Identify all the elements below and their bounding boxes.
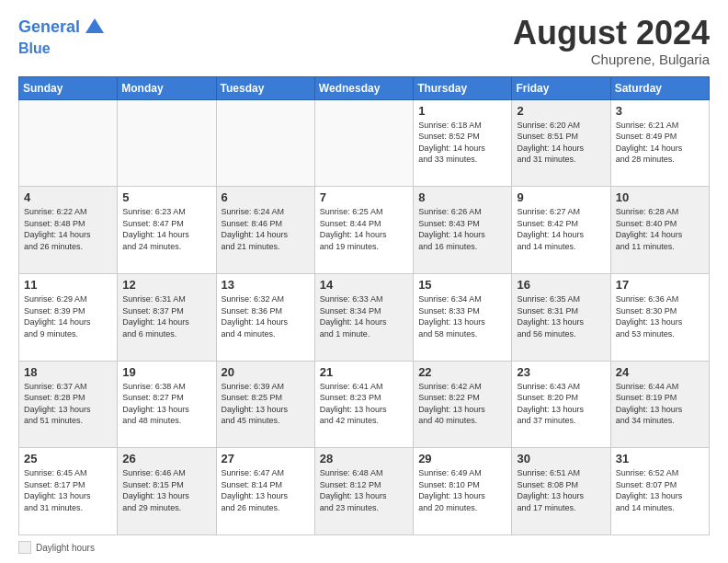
weekday-header-tuesday: Tuesday — [216, 76, 314, 99]
day-number: 1 — [418, 104, 506, 118]
day-info: Sunrise: 6:21 AM Sunset: 8:49 PM Dayligh… — [616, 120, 704, 166]
weekday-header-sunday: Sunday — [19, 76, 118, 99]
day-cell: 28Sunrise: 6:48 AM Sunset: 8:12 PM Dayli… — [314, 448, 413, 535]
day-cell — [314, 99, 413, 187]
day-cell: 8Sunrise: 6:26 AM Sunset: 8:43 PM Daylig… — [414, 187, 512, 274]
day-number: 16 — [517, 278, 605, 292]
day-number: 21 — [320, 365, 408, 379]
day-cell — [19, 99, 118, 187]
day-number: 2 — [517, 104, 605, 118]
day-number: 18 — [24, 365, 112, 379]
day-info: Sunrise: 6:24 AM Sunset: 8:46 PM Dayligh… — [222, 206, 310, 252]
week-row-1: 4Sunrise: 6:22 AM Sunset: 8:48 PM Daylig… — [19, 187, 710, 274]
day-number: 3 — [616, 104, 704, 118]
day-info: Sunrise: 6:32 AM Sunset: 8:36 PM Dayligh… — [222, 293, 310, 339]
day-info: Sunrise: 6:25 AM Sunset: 8:44 PM Dayligh… — [320, 206, 408, 252]
day-info: Sunrise: 6:20 AM Sunset: 8:51 PM Dayligh… — [517, 120, 605, 166]
day-cell — [216, 99, 314, 187]
day-number: 26 — [122, 452, 210, 465]
day-info: Sunrise: 6:18 AM Sunset: 8:52 PM Dayligh… — [418, 120, 506, 166]
day-number: 14 — [320, 278, 408, 292]
day-cell: 14Sunrise: 6:33 AM Sunset: 8:34 PM Dayli… — [314, 273, 413, 361]
day-cell: 24Sunrise: 6:44 AM Sunset: 8:19 PM Dayli… — [610, 361, 709, 448]
day-cell: 10Sunrise: 6:28 AM Sunset: 8:40 PM Dayli… — [610, 187, 709, 274]
day-cell: 26Sunrise: 6:46 AM Sunset: 8:15 PM Dayli… — [118, 448, 216, 535]
day-number: 6 — [222, 190, 310, 204]
day-number: 5 — [122, 190, 210, 204]
day-cell: 15Sunrise: 6:34 AM Sunset: 8:33 PM Dayli… — [414, 273, 512, 361]
day-number: 9 — [517, 190, 605, 204]
day-info: Sunrise: 6:23 AM Sunset: 8:47 PM Dayligh… — [122, 206, 210, 252]
weekday-header-saturday: Saturday — [610, 76, 709, 99]
day-info: Sunrise: 6:31 AM Sunset: 8:37 PM Dayligh… — [122, 293, 210, 339]
location-title: Chuprene, Bulgaria — [513, 52, 710, 67]
day-info: Sunrise: 6:35 AM Sunset: 8:31 PM Dayligh… — [517, 293, 605, 339]
logo-blue: Blue — [18, 40, 108, 57]
week-row-4: 25Sunrise: 6:45 AM Sunset: 8:17 PM Dayli… — [19, 448, 710, 535]
day-info: Sunrise: 6:28 AM Sunset: 8:40 PM Dayligh… — [616, 206, 704, 252]
day-number: 27 — [222, 452, 310, 465]
svg-marker-0 — [85, 18, 104, 33]
day-number: 20 — [222, 365, 310, 379]
day-number: 17 — [616, 278, 704, 292]
footer: Daylight hours — [18, 541, 710, 554]
day-number: 13 — [222, 278, 310, 292]
day-info: Sunrise: 6:36 AM Sunset: 8:30 PM Dayligh… — [616, 293, 704, 339]
day-info: Sunrise: 6:52 AM Sunset: 8:07 PM Dayligh… — [616, 467, 704, 513]
day-cell: 22Sunrise: 6:42 AM Sunset: 8:22 PM Dayli… — [414, 361, 512, 448]
logo: General Blue — [18, 15, 108, 57]
day-info: Sunrise: 6:47 AM Sunset: 8:14 PM Dayligh… — [222, 467, 310, 513]
day-cell: 29Sunrise: 6:49 AM Sunset: 8:10 PM Dayli… — [414, 448, 512, 535]
day-number: 19 — [122, 365, 210, 379]
day-cell: 13Sunrise: 6:32 AM Sunset: 8:36 PM Dayli… — [216, 273, 314, 361]
day-info: Sunrise: 6:45 AM Sunset: 8:17 PM Dayligh… — [24, 467, 112, 513]
day-cell: 20Sunrise: 6:39 AM Sunset: 8:25 PM Dayli… — [216, 361, 314, 448]
day-number: 7 — [320, 190, 408, 204]
day-number: 12 — [122, 278, 210, 292]
day-cell: 17Sunrise: 6:36 AM Sunset: 8:30 PM Dayli… — [610, 273, 709, 361]
day-cell: 21Sunrise: 6:41 AM Sunset: 8:23 PM Dayli… — [314, 361, 413, 448]
day-cell: 12Sunrise: 6:31 AM Sunset: 8:37 PM Dayli… — [118, 273, 216, 361]
week-row-0: 1Sunrise: 6:18 AM Sunset: 8:52 PM Daylig… — [19, 99, 710, 187]
day-cell: 31Sunrise: 6:52 AM Sunset: 8:07 PM Dayli… — [610, 448, 709, 535]
week-row-2: 11Sunrise: 6:29 AM Sunset: 8:39 PM Dayli… — [19, 273, 710, 361]
month-year-title: August 2024 — [513, 15, 710, 52]
day-cell: 3Sunrise: 6:21 AM Sunset: 8:49 PM Daylig… — [610, 99, 709, 187]
calendar-table: SundayMondayTuesdayWednesdayThursdayFrid… — [18, 76, 710, 535]
day-cell: 4Sunrise: 6:22 AM Sunset: 8:48 PM Daylig… — [19, 187, 118, 274]
day-info: Sunrise: 6:41 AM Sunset: 8:23 PM Dayligh… — [320, 381, 408, 427]
day-number: 31 — [616, 452, 704, 465]
day-info: Sunrise: 6:51 AM Sunset: 8:08 PM Dayligh… — [517, 467, 605, 513]
day-info: Sunrise: 6:48 AM Sunset: 8:12 PM Dayligh… — [320, 467, 408, 513]
page: General Blue August 2024 Chuprene, Bulga… — [0, 0, 728, 563]
header: General Blue August 2024 Chuprene, Bulga… — [18, 15, 710, 67]
day-cell: 25Sunrise: 6:45 AM Sunset: 8:17 PM Dayli… — [19, 448, 118, 535]
day-number: 11 — [24, 278, 112, 292]
legend-box — [18, 541, 31, 554]
day-info: Sunrise: 6:43 AM Sunset: 8:20 PM Dayligh… — [517, 381, 605, 427]
legend-label: Daylight hours — [36, 543, 95, 553]
weekday-header-monday: Monday — [118, 76, 216, 99]
day-info: Sunrise: 6:27 AM Sunset: 8:42 PM Dayligh… — [517, 206, 605, 252]
week-row-3: 18Sunrise: 6:37 AM Sunset: 8:28 PM Dayli… — [19, 361, 710, 448]
day-cell: 9Sunrise: 6:27 AM Sunset: 8:42 PM Daylig… — [512, 187, 610, 274]
day-cell: 19Sunrise: 6:38 AM Sunset: 8:27 PM Dayli… — [118, 361, 216, 448]
day-cell: 1Sunrise: 6:18 AM Sunset: 8:52 PM Daylig… — [414, 99, 512, 187]
logo-line1: General — [18, 15, 108, 40]
day-info: Sunrise: 6:29 AM Sunset: 8:39 PM Dayligh… — [24, 293, 112, 339]
day-number: 22 — [418, 365, 506, 379]
day-info: Sunrise: 6:49 AM Sunset: 8:10 PM Dayligh… — [418, 467, 506, 513]
day-info: Sunrise: 6:33 AM Sunset: 8:34 PM Dayligh… — [320, 293, 408, 339]
day-info: Sunrise: 6:38 AM Sunset: 8:27 PM Dayligh… — [122, 381, 210, 427]
day-info: Sunrise: 6:44 AM Sunset: 8:19 PM Dayligh… — [616, 381, 704, 427]
weekday-header-row: SundayMondayTuesdayWednesdayThursdayFrid… — [19, 76, 710, 99]
day-cell: 6Sunrise: 6:24 AM Sunset: 8:46 PM Daylig… — [216, 187, 314, 274]
day-number: 28 — [320, 452, 408, 465]
legend: Daylight hours — [18, 541, 95, 554]
day-info: Sunrise: 6:22 AM Sunset: 8:48 PM Dayligh… — [24, 206, 112, 252]
day-number: 25 — [24, 452, 112, 465]
day-info: Sunrise: 6:46 AM Sunset: 8:15 PM Dayligh… — [122, 467, 210, 513]
title-block: August 2024 Chuprene, Bulgaria — [513, 15, 710, 67]
day-cell: 7Sunrise: 6:25 AM Sunset: 8:44 PM Daylig… — [314, 187, 413, 274]
day-cell: 16Sunrise: 6:35 AM Sunset: 8:31 PM Dayli… — [512, 273, 610, 361]
